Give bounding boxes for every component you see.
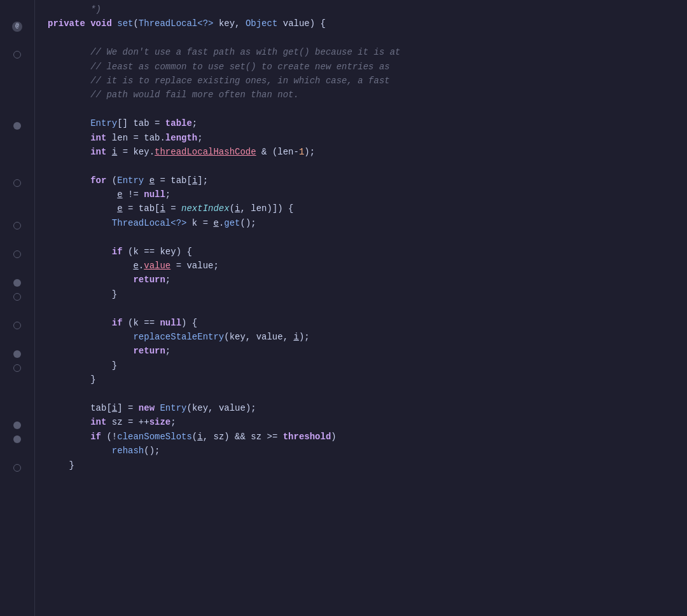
type-object: Object xyxy=(246,17,277,31)
gutter-icon-20 xyxy=(13,279,21,287)
gutter-icon-27 xyxy=(13,378,22,387)
gutter-icon-7 xyxy=(13,93,22,102)
space xyxy=(112,17,117,31)
gutter-icon-25 xyxy=(13,350,21,358)
semi30: ; xyxy=(170,415,176,429)
method-rehash: rehash xyxy=(112,444,144,458)
underline-i2: i xyxy=(192,174,197,188)
gutter-icon-28 xyxy=(13,392,22,401)
if3-cond: (! xyxy=(101,430,117,444)
indent14 xyxy=(48,188,117,202)
underline-i3: i xyxy=(160,202,165,216)
gutter-icon-2: @ xyxy=(12,22,22,32)
code-line-22 xyxy=(48,301,687,315)
val-null1: null xyxy=(144,188,165,202)
gutter-icon-12 xyxy=(13,164,22,173)
underline-e4: e xyxy=(213,216,218,230)
code-line-2: private void set ( ThreadLocal<?> key, O… xyxy=(48,17,687,31)
val-table: table xyxy=(165,116,192,130)
semi14: ; xyxy=(165,188,170,202)
kw-void: void xyxy=(90,17,112,31)
indent16 xyxy=(48,216,112,230)
if2-cond: (k == xyxy=(123,316,160,330)
kw-return1: return xyxy=(133,273,165,287)
indent19 xyxy=(48,259,133,273)
var-k: k = xyxy=(186,216,213,230)
var-e1 xyxy=(144,174,149,188)
code-line-29: tab[ i ] = new Entry (key, value); xyxy=(48,401,687,415)
code-line-20: return ; xyxy=(48,273,687,287)
underline-i7: i xyxy=(197,430,202,444)
gutter-icon-30 xyxy=(13,421,21,429)
punct-bracket: [] xyxy=(117,116,128,130)
var-close-bracket: ]; xyxy=(197,174,208,188)
fn-set: set xyxy=(117,17,133,31)
gutter-icon-13 xyxy=(13,179,21,187)
type-threadlocal: ThreadLocal<?> xyxy=(139,17,214,31)
kw-private: private xyxy=(48,17,85,31)
underline-i5: i xyxy=(293,330,298,344)
entry-args: (key, value); xyxy=(186,401,256,415)
code-line-5: // least as common to use set() to creat… xyxy=(48,60,687,74)
comment3: // it is to replace existing ones, in wh… xyxy=(48,74,390,88)
var-len: len = tab. xyxy=(106,131,165,145)
indent26: } xyxy=(48,359,117,373)
space: key, xyxy=(213,17,245,31)
gutter-icon-26 xyxy=(13,364,21,372)
code-line-1: *) xyxy=(48,3,687,17)
indent20 xyxy=(48,273,133,287)
underline-i6: i xyxy=(112,401,117,415)
type-threadlocal2: ThreadLocal<?> xyxy=(112,216,187,230)
gutter-icon-4 xyxy=(13,51,21,58)
code-line-26: } xyxy=(48,359,687,373)
var-sz: sz = ++ xyxy=(106,415,149,429)
comma-sz: , sz) && sz >= xyxy=(203,430,283,444)
gutter-icon-14 xyxy=(13,193,22,202)
editor-container: @ xyxy=(0,0,687,616)
method-cleansomeslots: cleanSomeSlots xyxy=(117,430,192,444)
gutter-icon-33 xyxy=(13,464,21,472)
comment-close: *) xyxy=(48,3,101,17)
code-line-27: } xyxy=(48,373,687,387)
kw-return2: return xyxy=(133,344,165,358)
replace-close: ); xyxy=(299,330,310,344)
code-line-13: for ( Entry e = tab[ i ]; xyxy=(48,174,687,188)
underline-e2: e xyxy=(117,188,122,202)
code-line-8 xyxy=(48,102,687,116)
dot-get: . xyxy=(219,216,224,230)
val-length: length xyxy=(165,131,197,145)
code-line-7: // path would fail more often than not. xyxy=(48,88,687,102)
indent23 xyxy=(48,316,112,330)
punct-semi: ; xyxy=(192,116,197,130)
kw-int2: int xyxy=(48,145,106,159)
gutter-icon-31 xyxy=(13,435,21,443)
indent33: } xyxy=(48,458,74,472)
val-size: size xyxy=(149,415,171,429)
dot19: . xyxy=(139,259,144,273)
var-close: ); xyxy=(304,145,315,159)
var-tab: tab = xyxy=(128,116,165,130)
gutter-icon-24 xyxy=(13,335,22,344)
code-line-32: rehash (); xyxy=(48,444,687,458)
code-line-23: if (k == null ) { xyxy=(48,316,687,330)
next-args: ( xyxy=(230,202,235,216)
underline-i: i xyxy=(112,145,117,159)
space-entry xyxy=(155,401,160,415)
underline-e1: e xyxy=(149,174,155,188)
code-line-16: ThreadLocal<?> k = e . get (); xyxy=(48,216,687,230)
indent27: } xyxy=(48,373,96,387)
gutter-icon-1 xyxy=(13,8,22,17)
gutter-icon-3 xyxy=(13,36,22,45)
gutter-icon-29 xyxy=(13,406,22,415)
num-1: 1 xyxy=(299,145,304,159)
code-area: *) private void set ( ThreadLocal<?> key… xyxy=(35,0,687,616)
code-line-21: } xyxy=(48,287,687,301)
gutter: @ xyxy=(0,0,35,616)
indent15 xyxy=(48,202,117,216)
clean-args: ( xyxy=(192,430,197,444)
var-amp: & (len- xyxy=(256,145,299,159)
indent25 xyxy=(48,344,133,358)
if2-close: ) { xyxy=(181,316,197,330)
comma-len: , len)]) { xyxy=(240,202,294,216)
equals-key: = key. xyxy=(117,145,155,159)
